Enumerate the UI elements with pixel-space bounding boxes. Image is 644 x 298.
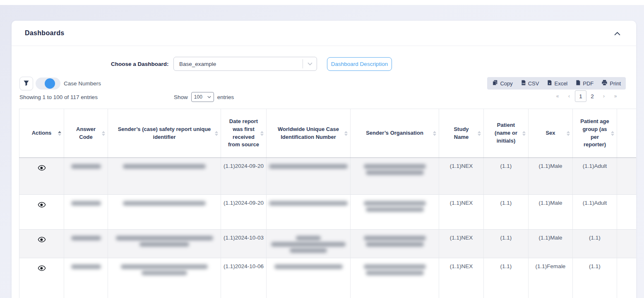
patient-cell: (1.1) xyxy=(484,158,529,195)
results-table: ActionsAnswer CodeSender’s (case) safety… xyxy=(19,109,636,298)
report-identifier-cell xyxy=(108,158,221,195)
age-group-cell: (1.1) xyxy=(573,230,617,258)
sort-icon xyxy=(478,131,481,136)
empty-cell xyxy=(617,195,637,230)
pagination: «‹12›» xyxy=(552,90,621,102)
collapse-panel-button[interactable] xyxy=(614,31,620,37)
column-header[interactable]: Patient age group (as per reporter) xyxy=(573,109,617,158)
redacted-value xyxy=(366,207,424,212)
redacted-value xyxy=(142,271,187,275)
column-header[interactable]: Sender’s Organisation xyxy=(351,109,439,158)
page-length-value: 100 xyxy=(194,94,202,100)
card-header: Dashboards xyxy=(12,21,636,46)
show-label: Show xyxy=(174,94,188,100)
view-case-button[interactable] xyxy=(38,265,46,272)
export-csv-button[interactable]: CSVCSV xyxy=(521,80,539,87)
chevron-down-icon xyxy=(303,59,317,68)
export-copy-button[interactable]: Copy xyxy=(492,80,512,87)
age-group-cell: (1.1) xyxy=(573,258,617,298)
sort-icon xyxy=(344,131,348,136)
study-name-cell: (1.1)NEX xyxy=(439,258,484,298)
sort-icon xyxy=(58,131,61,136)
case-numbers-label: Case Numbers xyxy=(64,80,101,87)
sort-icon xyxy=(433,131,436,136)
eye-icon xyxy=(38,237,46,244)
view-case-button[interactable] xyxy=(38,165,46,172)
redacted-value xyxy=(364,264,426,269)
worldwide-case-id-cell xyxy=(267,158,351,195)
print-icon xyxy=(601,80,608,87)
pagination-page-2[interactable]: 2 xyxy=(586,90,598,102)
page-length-group: Show 100 entries xyxy=(174,92,234,102)
pagination-page-1[interactable]: 1 xyxy=(575,90,586,102)
actions-cell xyxy=(19,158,64,195)
pagination-first[interactable]: « xyxy=(552,90,563,102)
top-strip xyxy=(0,0,644,5)
date-received-cell: (1.1)2024-09-20 xyxy=(221,158,267,195)
csv-icon: CSV xyxy=(521,80,526,87)
redacted-value xyxy=(364,164,426,169)
pagination-last[interactable]: » xyxy=(610,90,621,102)
answer-code-cell xyxy=(64,195,108,230)
dashboard-description-button[interactable]: Dashboard Description xyxy=(327,57,392,71)
patient-cell: (1.1) xyxy=(484,195,529,230)
redacted-value xyxy=(71,201,101,206)
redacted-value xyxy=(271,242,346,247)
sender-organisation-cell xyxy=(351,195,439,230)
case-numbers-toggle[interactable] xyxy=(36,78,60,90)
column-header[interactable]: Worldwide Unique Case Identification Num… xyxy=(267,109,351,158)
answer-code-cell xyxy=(64,158,108,195)
table-row: (1.1)2024-10-06(1.1)NEX(1.1)(1.1)Female(… xyxy=(19,258,637,298)
actions-cell xyxy=(19,230,64,258)
view-case-button[interactable] xyxy=(38,202,46,209)
column-header[interactable]: Actions xyxy=(19,109,64,158)
age-group-cell: (1.1)Adult xyxy=(573,195,617,230)
column-header[interactable]: Sender’s (case) safety report unique ide… xyxy=(108,109,221,158)
worldwide-case-id-cell xyxy=(267,195,351,230)
study-name-cell: (1.1)NEX xyxy=(439,230,484,258)
table-row: (1.1)2024-09-20(1.1)NEX(1.1)(1.1)Male(1.… xyxy=(19,195,637,230)
export-toolbar: CopyCSVCSVxExcelPDFPrint xyxy=(487,77,626,90)
answer-code-cell xyxy=(64,258,108,298)
answer-code-cell xyxy=(64,230,108,258)
toggle-knob xyxy=(45,78,55,89)
svg-text:CSV: CSV xyxy=(522,83,525,85)
sex-cell: (1.1)Female xyxy=(529,258,573,298)
export-pdf-button[interactable]: PDF xyxy=(575,80,594,87)
results-table-wrap: ActionsAnswer CodeSender’s (case) safety… xyxy=(19,109,636,298)
sort-icon xyxy=(260,131,264,136)
column-header[interactable]: Answer Code xyxy=(64,109,108,158)
showing-entries-text: Showing 1 to 100 of 117 entries xyxy=(19,94,98,100)
study-name-cell: (1.1)NEX xyxy=(439,158,484,195)
redacted-value xyxy=(274,264,343,269)
dashboard-select[interactable]: Base_example xyxy=(173,57,317,71)
age-group-cell: (1.1)Adult xyxy=(573,158,617,195)
view-case-button[interactable] xyxy=(38,237,46,244)
report-identifier-cell xyxy=(108,195,221,230)
patient-cell: (1.1) xyxy=(484,230,529,258)
filter-button[interactable] xyxy=(19,77,33,90)
export-excel-button[interactable]: xExcel xyxy=(547,80,567,87)
table-row: (1.1)2024-10-03(1.1)NEX(1.1)(1.1)Male(1.… xyxy=(19,230,637,258)
redacted-value xyxy=(290,248,327,253)
column-header[interactable]: Date report was first received from sour… xyxy=(221,109,267,158)
export-print-button[interactable]: Print xyxy=(601,80,621,87)
page-length-select[interactable]: 100 xyxy=(191,92,214,102)
report-identifier-cell xyxy=(108,230,221,258)
empty-cell xyxy=(617,258,637,298)
report-identifier-cell xyxy=(108,258,221,298)
redacted-value xyxy=(269,201,348,206)
worldwide-case-id-cell xyxy=(267,230,351,258)
pagination-previous[interactable]: ‹ xyxy=(563,90,575,102)
date-received-cell: (1.1)2024-10-06 xyxy=(221,258,267,298)
dashboard-select-value: Base_example xyxy=(174,61,303,67)
copy-icon xyxy=(492,80,498,87)
redacted-value xyxy=(296,236,321,240)
pagination-next[interactable]: › xyxy=(598,90,610,102)
redacted-value xyxy=(269,164,348,169)
column-header[interactable]: Sex xyxy=(529,109,573,158)
column-header[interactable]: Study Name xyxy=(439,109,484,158)
dashboards-card: Dashboards Choose a Dashboard: Base_exam… xyxy=(12,21,636,298)
actions-cell xyxy=(19,195,64,230)
column-header[interactable]: Patient (name or initials) xyxy=(484,109,529,158)
